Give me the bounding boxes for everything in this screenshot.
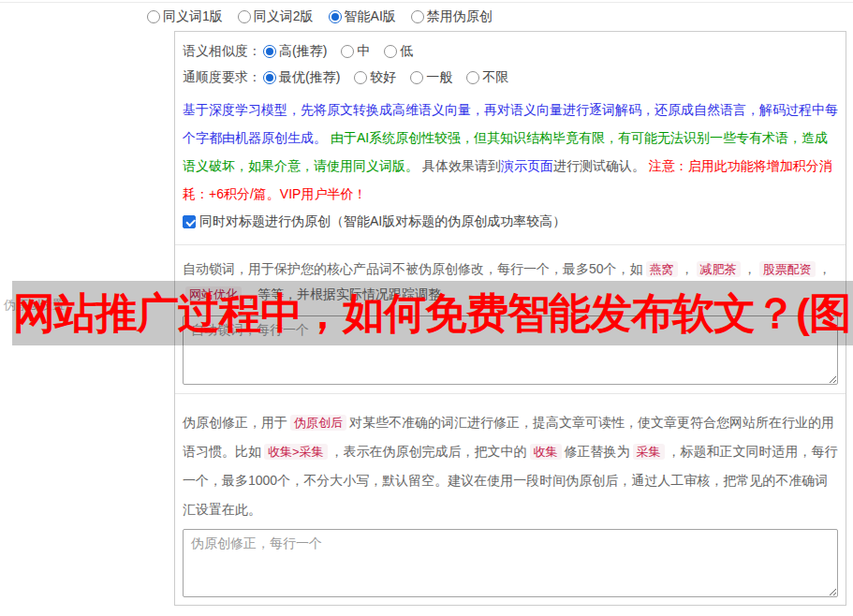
radio-label: 同义词2版 [254, 8, 314, 25]
keyword-chip: 伪原创后 [290, 415, 346, 431]
text-segment: ，表示在伪原创完成后，把文中的 [331, 444, 527, 459]
keyword-chip: 收集 [530, 444, 562, 460]
pseudo-original-version-group: 同义词1版 同义词2版 智能AI版 禁用伪原创 [147, 8, 493, 25]
keyword-chip: 采集 [633, 444, 665, 460]
radio-synonym-v2[interactable]: 同义词2版 [238, 8, 314, 25]
radio-icon[interactable] [263, 45, 276, 58]
top-divider [0, 2, 853, 3]
radio-icon[interactable] [384, 45, 397, 58]
correction-textarea[interactable] [183, 529, 838, 597]
radio-similarity-low[interactable]: 低 [384, 43, 413, 60]
radio-label: 最优(推荐) [279, 69, 340, 86]
radio-icon[interactable] [263, 71, 276, 84]
semantic-similarity-row: 语义相似度： 高(推荐) 中 低 [183, 43, 838, 60]
radio-similarity-high[interactable]: 高(推荐) [263, 43, 327, 60]
radio-icon[interactable] [147, 10, 160, 23]
keyword-chip: 减肥茶 [697, 261, 741, 277]
radio-fluency-normal[interactable]: 一般 [410, 69, 452, 86]
fluency-label: 通顺度要求： [183, 69, 261, 86]
fluency-row: 通顺度要求： 最优(推荐) 较好 一般 不限 [183, 69, 838, 86]
radio-fluency-best[interactable]: 最优(推荐) [263, 69, 340, 86]
demo-page-link[interactable]: 演示页面 [501, 158, 553, 173]
radio-disable-pseudo[interactable]: 禁用伪原创 [411, 8, 493, 25]
radio-synonym-v1[interactable]: 同义词1版 [147, 8, 223, 25]
checkbox-icon[interactable] [183, 215, 196, 228]
semantic-similarity-label: 语义相似度： [183, 43, 261, 60]
radio-label: 高(推荐) [279, 43, 327, 60]
title-rewrite-label: 同时对标题进行伪原创（智能AI版对标题的伪原创成功率较高） [199, 213, 566, 230]
radio-label: 智能AI版 [345, 8, 396, 25]
radio-icon[interactable] [466, 71, 479, 84]
watermark-banner: 网站推广过程中，如何免费智能发布软文？(图 [12, 281, 853, 345]
radio-icon[interactable] [238, 10, 251, 23]
keyword-chip: 收集>采集 [264, 444, 328, 460]
radio-label: 低 [400, 43, 413, 60]
watermark-title: 网站推广过程中，如何免费智能发布软文？(图 [12, 281, 853, 345]
radio-label: 一般 [426, 69, 452, 86]
radio-label: 中 [357, 43, 370, 60]
text-segment: 自动锁词，用于保护您的核心产品词不被伪原创修改，每行一个，最多50个，如 [183, 261, 643, 276]
text-segment: 进行测试确认。 [553, 158, 645, 173]
radio-smart-ai[interactable]: 智能AI版 [329, 8, 396, 25]
keyword-chip: 燕窝 [646, 261, 678, 277]
text-segment: 修正替换为 [565, 444, 630, 459]
radio-icon[interactable] [341, 45, 354, 58]
radio-similarity-mid[interactable]: 中 [341, 43, 370, 60]
radio-icon[interactable] [410, 71, 423, 84]
radio-icon[interactable] [411, 10, 424, 23]
ai-version-section: 语义相似度： 高(推荐) 中 低 通顺度要求： [175, 32, 846, 245]
radio-label: 不限 [482, 69, 508, 86]
radio-fluency-unlimited[interactable]: 不限 [466, 69, 508, 86]
text-segment: ， [743, 261, 757, 276]
ai-model-description: 基于深度学习模型，先将原文转换成高维语义向量，再对语义向量进行逐词解码，还原成自… [183, 95, 838, 208]
keyword-chip: 股票配资 [759, 261, 816, 277]
title-rewrite-checkbox-row[interactable]: 同时对标题进行伪原创（智能AI版对标题的伪原创成功率较高） [183, 213, 838, 230]
radio-icon[interactable] [329, 10, 342, 23]
text-segment: ， [681, 261, 694, 276]
radio-label: 较好 [370, 69, 396, 86]
text-segment: 伪原创修正，用于 [183, 415, 287, 430]
radio-icon[interactable] [354, 71, 367, 84]
text-segment: ， [818, 261, 831, 276]
radio-fluency-good[interactable]: 较好 [354, 69, 396, 86]
correction-section: 伪原创修正，用于伪原创后对某些不准确的词汇进行修正，提高文章可读性，使文章更符合… [175, 394, 846, 597]
radio-label: 禁用伪原创 [427, 8, 493, 25]
text-segment: 具体效果请到 [419, 158, 501, 173]
radio-label: 同义词1版 [163, 8, 223, 25]
correction-description: 伪原创修正，用于伪原创后对某些不准确的词汇进行修正，提高文章可读性，使文章更符合… [183, 408, 838, 524]
